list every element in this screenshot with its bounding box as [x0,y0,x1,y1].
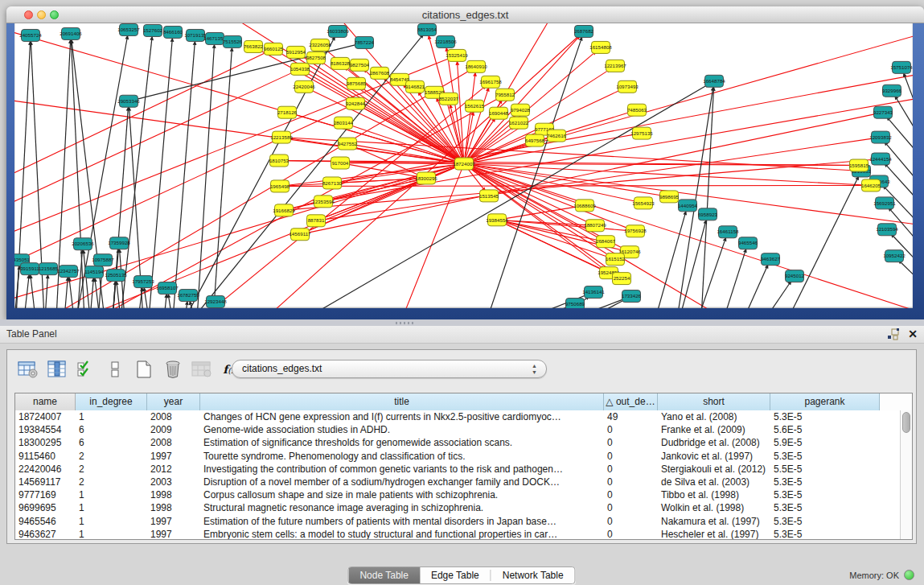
select-columns-button[interactable] [74,358,98,381]
table-cell[interactable]: 1998 [147,501,200,514]
float-panel-icon[interactable] [887,328,900,340]
table-cell[interactable]: 1 [76,488,147,501]
table-cell[interactable]: 2 [76,476,147,488]
network-canvas[interactable]: 2405572420691406106532571527602846616010… [14,23,913,308]
table-cell[interactable]: 5.6E-5 [770,423,880,436]
table-cell[interactable]: 9465546 [15,515,76,528]
table-cell[interactable]: 5.3E-5 [770,528,880,540]
table-cell[interactable]: 1 [76,410,147,423]
tab-edge-table[interactable]: Edge Table [420,567,491,583]
column-header-name[interactable]: name [15,393,76,410]
table-cell[interactable]: 0 [604,476,658,488]
table-cell[interactable]: 6 [76,423,147,436]
create-column-button[interactable] [132,358,156,381]
table-cell[interactable]: Tourette syndrome. Phenomenology and cla… [200,450,604,463]
table-cell[interactable]: 1998 [147,488,200,501]
table-row[interactable]: 977716911998Corpus callosum shape and si… [15,488,912,501]
table-cell[interactable]: 9699695 [15,501,76,514]
table-cell[interactable]: 2003 [147,476,200,488]
table-cell[interactable]: Estimation of significance thresholds fo… [200,436,604,449]
table-cell[interactable]: Structural magnetic resonance image aver… [200,501,604,514]
table-cell[interactable]: Nakamura et al. (1997) [658,515,770,528]
table-cell[interactable]: 0 [604,436,658,449]
memory-ok-indicator[interactable] [904,570,914,580]
table-cell[interactable]: 2008 [147,436,200,449]
table-cell[interactable]: 0 [604,423,658,436]
table-cell[interactable]: 2 [76,463,147,476]
tab-network-table[interactable]: Network Table [491,567,575,583]
table-cell[interactable]: 5.5E-5 [770,463,880,476]
table-row[interactable]: 911546021997Tourette syndrome. Phenomeno… [15,450,912,463]
table-row[interactable]: 1830029562008Estimation of significance … [15,436,912,449]
table-cell[interactable]: Embryonic stem cells: a model to study s… [200,528,604,540]
table-cell[interactable]: 6 [76,436,147,449]
table-selector-dropdown[interactable]: citations_edges.txt ▲▼ [232,360,547,378]
table-cell[interactable]: 5.9E-5 [770,436,880,449]
split-handle[interactable] [0,319,924,326]
table-cell[interactable]: Tibbo et al. (1998) [658,488,770,501]
table-cell[interactable]: Estimation of the future numbers of pati… [200,515,604,528]
column-header-pagerank[interactable]: pagerank [770,393,880,410]
column-header-in_degree[interactable]: in_degree [76,393,147,410]
table-cell[interactable]: 0 [604,450,658,463]
table-cell[interactable]: 5.3E-5 [770,410,880,423]
close-panel-icon[interactable]: ✕ [908,328,918,340]
table-cell[interactable]: 49 [604,410,658,423]
table-cell[interactable]: 2009 [147,423,200,436]
table-cell[interactable]: Changes of HCN gene expression and I(f) … [200,410,604,423]
table-cell[interactable]: 18724007 [15,410,76,423]
table-cell[interactable]: 5.3E-5 [770,515,880,528]
table-cell[interactable]: 2012 [147,463,200,476]
column-header-title[interactable]: title [200,393,604,410]
table-cell[interactable]: 0 [604,463,658,476]
table-row[interactable]: 1938455462009Genome-wide association stu… [15,423,912,436]
table-cell[interactable]: Disruption of a novel member of a sodium… [200,476,604,488]
scrollbar-thumb[interactable] [902,412,910,433]
import-table-button[interactable] [190,358,214,381]
table-cell[interactable]: 5.3E-5 [770,488,880,501]
table-cell[interactable]: Corpus callosum shape and size in male p… [200,488,604,501]
tab-node-table[interactable]: Node Table [348,567,420,583]
table-cell[interactable]: 0 [604,528,658,540]
table-cell[interactable]: Stergiakouli et al. (2012) [658,463,770,476]
column-header-year[interactable]: year [147,393,200,410]
table-cell[interactable]: 9463627 [15,528,76,540]
delete-column-button[interactable] [161,358,185,381]
table-row[interactable]: 2242004622012Investigating the contribut… [15,463,912,476]
table-cell[interactable]: 2 [76,450,147,463]
table-cell[interactable]: 19384554 [15,423,76,436]
table-cell[interactable]: 5.3E-5 [770,501,880,514]
table-cell[interactable]: 1997 [147,528,200,540]
table-cell[interactable]: Dudbridge et al. (2008) [658,436,770,449]
table-vertical-scrollbar[interactable] [900,410,912,539]
table-cell[interactable]: Genome-wide association studies in ADHD. [200,423,604,436]
table-cell[interactable]: 0 [604,501,658,514]
table-cell[interactable]: Jankovic et al. (1997) [658,450,770,463]
table-cell[interactable]: 5.3E-5 [770,476,880,488]
table-cell[interactable]: 18300295 [15,436,76,449]
table-cell[interactable]: 1997 [147,450,200,463]
table-row[interactable]: 946362711997Embryonic stem cells: a mode… [15,528,912,540]
show-columns-button[interactable] [45,358,69,381]
table-cell[interactable]: 1 [76,528,147,540]
table-cell[interactable]: 2008 [147,410,200,423]
table-cell[interactable]: Investigating the contribution of common… [200,463,604,476]
table-row[interactable]: 1456911722003Disruption of a novel membe… [15,476,912,488]
table-cell[interactable]: de Silva et al. (2003) [658,476,770,488]
table-cell[interactable]: Wolkin et al. (1998) [658,501,770,514]
table-row[interactable]: 1872400712008Changes of HCN gene express… [15,410,912,423]
table-row[interactable]: 946554611997Estimation of the future num… [15,515,912,528]
table-cell[interactable]: 1997 [147,515,200,528]
table-cell[interactable]: 0 [604,488,658,501]
table-mode-button[interactable] [16,358,40,381]
table-row[interactable]: 969969511998Structural magnetic resonanc… [15,501,912,514]
table-cell[interactable]: 22420046 [15,463,76,476]
table-cell[interactable]: 1 [76,501,147,514]
table-cell[interactable]: 14569117 [15,476,76,488]
table-cell[interactable]: 9115460 [15,450,76,463]
table-cell[interactable]: Yano et al. (2008) [658,410,770,423]
network-window-titlebar[interactable]: citations_edges.txt [6,6,924,23]
column-header-short[interactable]: short [658,393,770,410]
table-cell[interactable]: 0 [604,515,658,528]
table-cell[interactable]: 1 [76,515,147,528]
